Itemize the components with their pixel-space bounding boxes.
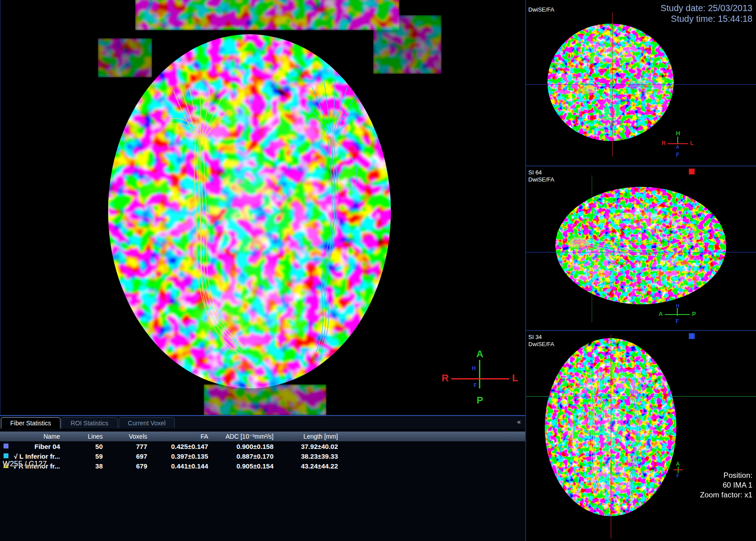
orientation-letter-left: L	[690, 140, 694, 146]
table-row[interactable]: √R Inferior fr... 38 679 0.441±0.144 0.9…	[0, 461, 525, 471]
orientation-letter-head: H	[676, 130, 680, 137]
study-time: Study time: 15:44:18	[660, 13, 752, 24]
table-row[interactable]: √L Inferior fr... 59 697 0.397±0.135 0.8…	[0, 451, 525, 461]
active-viewport-indicator[interactable]	[689, 169, 695, 174]
orientation-marker-axial-small: A F	[673, 461, 684, 480]
coronal-image	[526, 0, 756, 165]
table-header-row: Name Lines Voxels FA ADC [10⁻³mm²/s] Len…	[0, 432, 525, 441]
orientation-letter-anterior: A	[476, 348, 483, 360]
column-header-voxels: Voxels	[105, 433, 149, 440]
cell-lines: 59	[67, 452, 105, 460]
slice-label: SI 34	[528, 334, 542, 340]
tab-current-voxel[interactable]: Current Voxel	[119, 417, 175, 428]
axial-small-image	[526, 331, 756, 541]
zoom-factor: Zoom factor: x1	[700, 490, 752, 500]
position-info: Position: 60 IMA 1 Zoom factor: x1	[700, 471, 752, 500]
cell-fa: 0.425±0.147	[149, 443, 210, 450]
active-viewport-indicator[interactable]	[689, 333, 695, 339]
orientation-letter-right: R	[442, 372, 449, 384]
position-label: Position:	[700, 471, 752, 480]
orientation-letter-anterior: A	[676, 145, 679, 149]
cell-adc: 0.905±0.154	[210, 462, 275, 470]
dti-fiber-track-viewer: A R L P H F W255 / C127 Fiber Statistics…	[0, 0, 756, 541]
modality-label: DwiSE/FA	[528, 341, 555, 347]
orientation-letter-feet: F	[474, 382, 477, 388]
study-date: Study date: 25/03/2013	[660, 3, 752, 13]
orientation-letter-posterior: P	[692, 311, 696, 317]
column-header-name: Name	[0, 433, 67, 440]
tab-fiber-statistics[interactable]: Fiber Statistics	[1, 417, 60, 428]
fiber-color-swatch	[4, 444, 8, 448]
modality-label: DwiSE/FA	[528, 176, 555, 183]
viewport-axial-small[interactable]: SI 34 DwiSE/FA A F Position: 60 IMA 1 Zo…	[526, 330, 756, 541]
slice-label: SI 64	[528, 169, 542, 176]
cell-lines: 50	[67, 443, 105, 450]
orientation-letter-feet: F	[676, 473, 679, 478]
fiber-color-swatch	[4, 453, 8, 458]
orientation-marker-main: A R L P H F	[442, 349, 518, 408]
cell-length: 43.24±44.22	[275, 462, 340, 470]
column-header-fa: FA	[149, 433, 210, 440]
orientation-marker-sagittal: H A P F	[659, 304, 696, 327]
orientation-letter-left: L	[512, 372, 518, 384]
window-level-annotation: W255 / C127	[3, 460, 47, 468]
fiber-name: L Inferior fr...	[20, 452, 60, 460]
orientation-letter-feet: F	[676, 318, 679, 324]
cell-adc: 0.900±0.158	[210, 443, 275, 450]
orientation-letter-right: R	[662, 140, 666, 146]
column-header-lines: Lines	[67, 433, 105, 440]
collapse-panel-button[interactable]: «	[517, 418, 521, 425]
statistics-tabbar: Fiber Statistics ROI Statistics Current …	[0, 416, 525, 428]
viewport-coronal[interactable]: DwiSE/FA Study date: 25/03/2013 Study ti…	[526, 0, 756, 165]
study-info: Study date: 25/03/2013 Study time: 15:44…	[660, 3, 752, 24]
cell-length: 37.92±40.02	[275, 443, 340, 450]
cell-fa: 0.397±0.135	[149, 452, 210, 460]
statistics-panel: Fiber Statistics ROI Statistics Current …	[0, 415, 525, 541]
tab-roi-statistics[interactable]: ROI Statistics	[61, 417, 118, 428]
orientation-axis-horizontal	[451, 378, 509, 380]
cell-voxels: 697	[105, 452, 149, 460]
orientation-axis-vertical	[479, 360, 480, 388]
table-row[interactable]: Fiber 04 50 777 0.425±0.147 0.900±0.158 …	[0, 441, 525, 451]
fiber-name: Fiber 04	[34, 443, 60, 450]
viewport-axial-main[interactable]: A R L P H F	[0, 0, 526, 415]
sagittal-image	[526, 166, 756, 330]
orientation-marker-coronal: H R L A F	[662, 130, 694, 159]
cell-voxels: 679	[105, 462, 149, 470]
cell-lines: 38	[67, 462, 105, 470]
column-header-adc: ADC [10⁻³mm²/s]	[210, 433, 275, 440]
viewport-sagittal[interactable]: SI 64 DwiSE/FA H A P F	[526, 166, 756, 330]
fiber-visibility-check[interactable]: √	[14, 452, 17, 460]
cell-length: 38.23±39.33	[275, 452, 340, 460]
orientation-letter-posterior: P	[477, 395, 483, 406]
position-value: 60 IMA 1	[700, 480, 752, 490]
orientation-letter-head: H	[472, 365, 476, 371]
column-header-length: Length [mm]	[275, 433, 340, 440]
cell-voxels: 777	[105, 443, 149, 450]
cell-adc: 0.887±0.170	[210, 452, 275, 460]
orientation-letter-anterior: A	[676, 461, 680, 467]
cell-fa: 0.441±0.144	[149, 462, 210, 470]
modality-label: DwiSE/FA	[528, 6, 555, 13]
orientation-letter-anterior: A	[659, 311, 663, 317]
orientation-letter-feet: F	[676, 151, 680, 158]
right-panel: DwiSE/FA Study date: 25/03/2013 Study ti…	[525, 0, 756, 541]
